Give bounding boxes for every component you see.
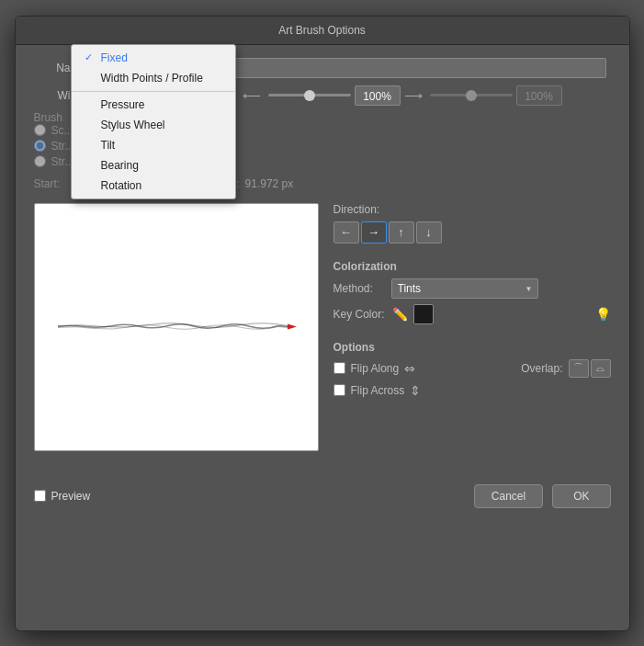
length-value: 91.972 px (245, 177, 294, 190)
radio-stretch1[interactable] (34, 140, 46, 152)
preview-checkbox-row: Preview (34, 490, 91, 503)
direction-section: Direction: ← → ↑ ↓ (333, 203, 611, 244)
flip-along-icon: ⇔ (404, 361, 415, 376)
preview-checkbox[interactable] (34, 490, 46, 502)
dropdown-separator (72, 91, 235, 92)
lightbulb-icon[interactable]: 💡 (595, 307, 611, 322)
key-color-row: Key Color: ✏️ 💡 (333, 304, 611, 324)
dropdown-item-fixed-label: Fixed (101, 51, 128, 64)
method-select[interactable]: Tints None Tints and Shades Hue Shift (391, 278, 538, 299)
options-title: Options (333, 341, 611, 354)
width-slider-2[interactable] (430, 94, 513, 96)
direction-section-title: Direction: (333, 203, 611, 216)
flip-across-label: Flip Across (351, 384, 405, 397)
flip-across-row: Flip Across ⇕ (333, 383, 611, 398)
dropdown-item-pressure-label: Pressure (101, 98, 145, 111)
direction-btn-right[interactable]: → (361, 221, 387, 244)
dropdown-item-width-points-label: Width Points / Profile (101, 72, 203, 85)
right-panel: Direction: ← → ↑ ↓ Colorization Method: (333, 203, 611, 451)
slider-group-1: ⟵ 100% ⟶ 100% (239, 85, 562, 106)
arrow-right-icon-1: ⟶ (404, 88, 423, 103)
direction-buttons-group: ← → ↑ ↓ (333, 221, 611, 244)
key-color-swatch[interactable] (413, 304, 434, 324)
dialog-title: Art Brush Options (278, 24, 366, 37)
method-label: Method: (333, 282, 384, 295)
arrow-left-icon-1: ⟵ (243, 88, 261, 103)
width-slider-1[interactable] (268, 94, 351, 96)
overlap-btn-2[interactable]: ⌓ (591, 359, 611, 378)
colorization-title: Colorization (333, 260, 611, 273)
dropdown-item-bearing[interactable]: Bearing (72, 155, 235, 176)
dialog-title-bar: Art Brush Options (16, 17, 629, 45)
direction-btn-left[interactable]: ← (333, 221, 359, 244)
method-row: Method: Tints None Tints and Shades Hue … (333, 278, 611, 299)
overlap-btn-1[interactable]: ⌒ (569, 359, 589, 378)
flip-across-icon: ⇕ (410, 383, 421, 398)
dropdown-item-bearing-label: Bearing (101, 159, 139, 172)
dropdown-item-pressure[interactable]: Pressure (72, 95, 235, 115)
flip-along-label: Flip Along (351, 362, 400, 375)
key-color-label: Key Color: (333, 308, 385, 321)
svg-marker-0 (288, 323, 297, 329)
preview-line (53, 312, 299, 342)
preview-box (34, 203, 319, 451)
dropdown-item-fixed[interactable]: ✓ Fixed (72, 48, 235, 68)
radio-scale[interactable] (34, 124, 46, 136)
dropdown-item-rotation-label: Rotation (101, 179, 142, 192)
eyedropper-icon[interactable]: ✏️ (392, 307, 408, 322)
radio-scale-label: Sc... (51, 124, 73, 137)
dropdown-item-stylus[interactable]: Stylus Wheel (72, 115, 235, 135)
radio-stretch2[interactable] (34, 155, 46, 167)
art-brush-options-dialog: Art Brush Options Name: Width: Fixed Wid… (15, 16, 630, 631)
direction-btn-down[interactable]: ↓ (416, 221, 442, 244)
check-icon: ✓ (85, 51, 97, 63)
overlap-label: Overlap: (521, 362, 562, 375)
overlap-buttons: ⌒ ⌓ (569, 359, 611, 378)
main-content: Direction: ← → ↑ ↓ Colorization Method: (34, 203, 611, 451)
options-section: Options Flip Along ⇔ Overlap: ⌒ ⌓ Flip (333, 334, 611, 398)
dropdown-item-tilt[interactable]: Tilt (72, 135, 235, 155)
cancel-button[interactable]: Cancel (474, 484, 543, 508)
dropdown-item-tilt-label: Tilt (101, 139, 116, 152)
direction-btn-up[interactable]: ↑ (389, 221, 414, 244)
preview-label: Preview (51, 490, 91, 503)
brush-label: Brush (34, 111, 62, 124)
footer-buttons: Cancel OK (474, 484, 611, 508)
flip-across-checkbox[interactable] (333, 384, 345, 396)
brush-preview-svg (53, 312, 301, 339)
width-dropdown-menu: ✓ Fixed Width Points / Profile Pressure … (71, 44, 236, 199)
colorization-section: Colorization Method: Tints None Tints an… (333, 253, 611, 324)
method-select-wrapper: Tints None Tints and Shades Hue Shift (391, 278, 538, 299)
flip-along-row: Flip Along ⇔ Overlap: ⌒ ⌓ (333, 359, 611, 378)
dialog-footer: Preview Cancel OK (16, 473, 629, 519)
start-field-label: Start: (34, 177, 71, 190)
dropdown-item-stylus-label: Stylus Wheel (101, 119, 165, 131)
dropdown-item-rotation[interactable]: Rotation (72, 176, 235, 196)
percent-box-1: 100% (355, 85, 401, 106)
dropdown-item-width-points[interactable]: Width Points / Profile (72, 68, 235, 88)
ok-button[interactable]: OK (552, 484, 610, 508)
percent-box-2: 100% (516, 85, 562, 106)
flip-along-checkbox[interactable] (333, 362, 345, 374)
